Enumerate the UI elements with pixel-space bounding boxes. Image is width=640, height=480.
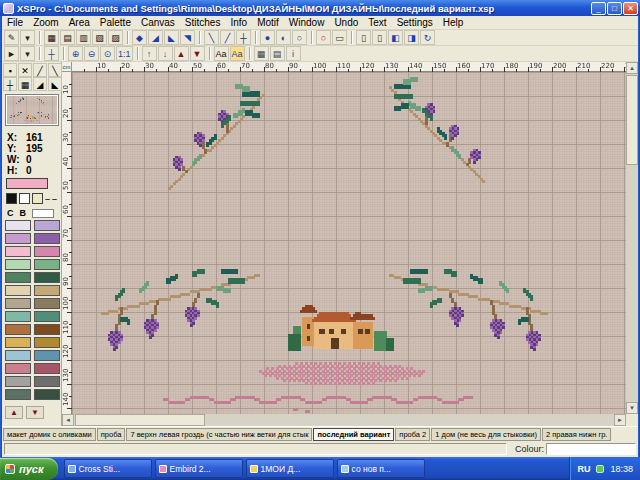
- palette-swatch-5-1[interactable]: [34, 285, 60, 296]
- close-button[interactable]: ✕: [623, 2, 638, 15]
- menu-item-settings[interactable]: Settings: [392, 16, 438, 30]
- bead-tool-icon[interactable]: ●: [260, 30, 275, 45]
- full-stitch-icon[interactable]: ▦: [44, 30, 59, 45]
- menu-item-help[interactable]: Help: [438, 16, 469, 30]
- pattern-canvas[interactable]: [72, 72, 626, 414]
- menu-item-motif[interactable]: Motif: [252, 16, 284, 30]
- tray-app-icon[interactable]: [596, 465, 604, 473]
- pattern-tab-1[interactable]: проба: [97, 428, 126, 441]
- paste-motif-icon[interactable]: ▯: [372, 30, 387, 45]
- zoom-out-icon[interactable]: ⊖: [84, 46, 99, 61]
- palette-swatch-2-1[interactable]: [34, 246, 60, 257]
- pan-tool-icon[interactable]: ┼: [44, 46, 59, 61]
- select-dropdown-icon[interactable]: ▾: [20, 46, 35, 61]
- palette-swatch-4-0[interactable]: [5, 272, 31, 283]
- grid-toggle-icon[interactable]: ▦: [254, 46, 269, 61]
- mini-swatch-2[interactable]: [32, 193, 43, 204]
- flip-vertical-icon[interactable]: ◨: [404, 30, 419, 45]
- pattern-tab-5[interactable]: 1 дом (не весь для стыковки): [431, 428, 541, 441]
- palette-swatch-11-0[interactable]: [5, 363, 31, 374]
- palette-swatch-4-1[interactable]: [34, 272, 60, 283]
- panel-diag-upper-icon[interactable]: ◣: [48, 77, 62, 91]
- pencil-tool-icon[interactable]: ✎: [4, 30, 19, 45]
- pattern-tab-3[interactable]: последний вариант: [313, 428, 394, 441]
- backstitch-line-1-icon[interactable]: ╲: [204, 30, 219, 45]
- palette-swatch-6-1[interactable]: [34, 298, 60, 309]
- back-stitch-icon[interactable]: ▨: [108, 30, 123, 45]
- palette-swatch-11-1[interactable]: [34, 363, 60, 374]
- panel-half-forward-icon[interactable]: ╱: [33, 63, 47, 77]
- panel-small-stitch-icon[interactable]: ▪: [3, 63, 17, 77]
- zoom-fit-icon[interactable]: ⊙: [100, 46, 115, 61]
- info-tool-icon[interactable]: i: [286, 46, 301, 61]
- palette-swatch-12-1[interactable]: [34, 376, 60, 387]
- mini-swatch-1[interactable]: [19, 193, 30, 204]
- diag-stitch-ur-icon[interactable]: ◥: [180, 30, 195, 45]
- palette-swatch-12-0[interactable]: [5, 376, 31, 387]
- prev-motif-icon[interactable]: ▲: [174, 46, 189, 61]
- panel-half-back-icon[interactable]: ╲: [48, 63, 62, 77]
- palette-swatch-9-1[interactable]: [34, 337, 60, 348]
- palette-swatch-1-1[interactable]: [34, 233, 60, 244]
- palette-scroll-up-button[interactable]: ▲: [5, 406, 23, 419]
- vertical-scrollbar[interactable]: ▲ ▼: [626, 62, 638, 414]
- palette-swatch-9-0[interactable]: [5, 337, 31, 348]
- zoom-100-icon[interactable]: 1:1: [116, 46, 133, 61]
- backstitch-line-2-icon[interactable]: ╱: [220, 30, 235, 45]
- menu-item-file[interactable]: File: [2, 16, 28, 30]
- current-color-swatch[interactable]: [6, 178, 48, 189]
- scroll-down-icon[interactable]: ↓: [158, 46, 173, 61]
- menu-item-area[interactable]: Area: [64, 16, 95, 30]
- half-bead-tool-icon[interactable]: ◐: [276, 30, 291, 45]
- palette-swatch-3-1[interactable]: [34, 259, 60, 270]
- palette-swatch-5-0[interactable]: [5, 285, 31, 296]
- scroll-up-icon[interactable]: ↑: [142, 46, 157, 61]
- quarter-stitch-icon[interactable]: ▥: [76, 30, 91, 45]
- copy-motif-icon[interactable]: ▯: [356, 30, 371, 45]
- palette-swatch-8-0[interactable]: [5, 324, 31, 335]
- scroll-left-button[interactable]: ◄: [62, 414, 74, 426]
- palette-swatch-0-1[interactable]: [34, 220, 60, 231]
- maximize-button[interactable]: □: [607, 2, 622, 15]
- taskbar-task-1[interactable]: Embird 2...: [155, 459, 243, 478]
- palette-swatch-13-1[interactable]: [34, 389, 60, 400]
- text-tool-icon[interactable]: Aa: [214, 46, 229, 61]
- mini-swatch-0[interactable]: [6, 193, 17, 204]
- palette-swatch-6-0[interactable]: [5, 298, 31, 309]
- palette-swatch-8-1[interactable]: [34, 324, 60, 335]
- erase-tool-icon[interactable]: ▭: [332, 30, 347, 45]
- horizontal-scrollbar[interactable]: ◄ ►: [62, 414, 626, 426]
- rotate-icon[interactable]: ↻: [420, 30, 435, 45]
- palette-swatch-3-0[interactable]: [5, 259, 31, 270]
- pattern-tab-0[interactable]: макет домик с оливками: [3, 428, 96, 441]
- half-stitch-icon[interactable]: ▤: [60, 30, 75, 45]
- palette-swatch-10-1[interactable]: [34, 350, 60, 361]
- taskbar-task-0[interactable]: Cross Sti...: [64, 459, 152, 478]
- palette-swatch-1-0[interactable]: [5, 233, 31, 244]
- menu-item-text[interactable]: Text: [363, 16, 391, 30]
- preview-thumbnail[interactable]: [6, 95, 58, 125]
- select-tool-icon[interactable]: ►: [4, 46, 19, 61]
- pencil-dropdown-icon[interactable]: ▾: [20, 30, 35, 45]
- menu-item-undo[interactable]: Undo: [329, 16, 363, 30]
- pattern-tab-6[interactable]: 2 правая нижн гр.: [542, 428, 611, 441]
- pattern-tab-2[interactable]: 7 верхн левая гроздь (с частью ниж ветки…: [126, 428, 312, 441]
- panel-full-stitch-icon[interactable]: ✕: [18, 63, 32, 77]
- three-quarter-stitch-icon[interactable]: ▧: [92, 30, 107, 45]
- vertical-scroll-thumb[interactable]: [626, 75, 638, 165]
- diag-stitch-dr-icon[interactable]: ◢: [148, 30, 163, 45]
- panel-grid-icon[interactable]: ▦: [18, 77, 32, 91]
- menu-item-window[interactable]: Window: [284, 16, 330, 30]
- zoom-in-icon[interactable]: ⊕: [68, 46, 83, 61]
- minimize-button[interactable]: _: [591, 2, 606, 15]
- scroll-down-button[interactable]: ▼: [626, 402, 638, 414]
- pattern-tab-4[interactable]: проба 2: [395, 428, 430, 441]
- menu-item-palette[interactable]: Palette: [95, 16, 136, 30]
- french-knot-icon[interactable]: ○: [316, 30, 331, 45]
- petite-stitch-icon[interactable]: ◆: [132, 30, 147, 45]
- horizontal-scroll-thumb[interactable]: [75, 414, 205, 426]
- outline-bead-tool-icon[interactable]: ○: [292, 30, 307, 45]
- palette-scroll-down-button[interactable]: ▼: [26, 406, 44, 419]
- start-button[interactable]: пуск: [0, 458, 58, 480]
- palette-swatch-7-1[interactable]: [34, 311, 60, 322]
